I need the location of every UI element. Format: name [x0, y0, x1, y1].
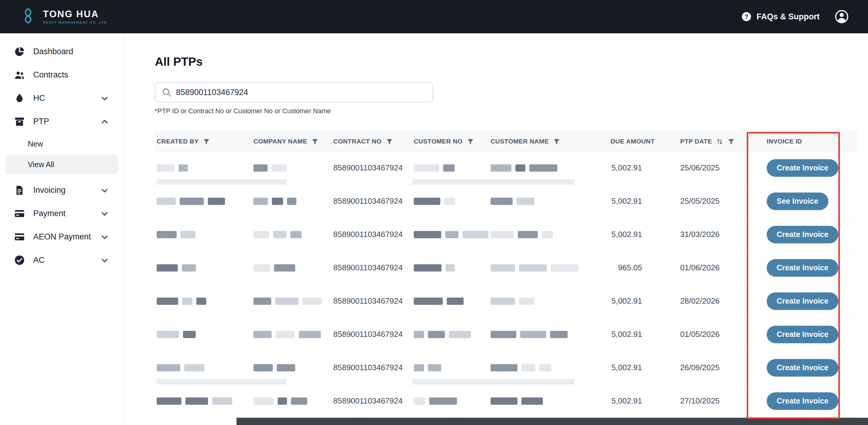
filter-icon[interactable]	[467, 138, 474, 145]
redacted-text	[447, 298, 464, 305]
redacted-text	[428, 331, 445, 338]
redacted-text	[272, 164, 287, 172]
redacted-text	[414, 331, 424, 338]
cell-contract_no: 8589001103467924	[332, 296, 412, 306]
filter-icon[interactable]	[727, 138, 735, 145]
chevron-down-icon[interactable]	[100, 232, 110, 242]
cell-created_by	[155, 198, 252, 205]
cell-created_by	[155, 231, 252, 238]
cell-invoice_id: Create Invoice	[765, 259, 857, 277]
column-header-created_by[interactable]: CREATED BY	[155, 138, 252, 145]
redacted-text	[277, 364, 295, 371]
chevron-down-icon[interactable]	[100, 255, 110, 265]
filter-icon[interactable]	[553, 138, 560, 145]
cell-due_amount: 5,002.91	[609, 330, 678, 339]
search-box	[155, 82, 433, 102]
sidebar-item-label: AEON Payment	[33, 232, 91, 242]
search-icon	[161, 87, 172, 97]
brand-subtitle: ASSET MANAGEMENT CO. LTD.	[43, 21, 108, 24]
create-invoice-button[interactable]: Create Invoice	[767, 292, 838, 310]
sidebar-item-aeon-payment[interactable]: AEON Payment	[0, 225, 123, 249]
redacted-text	[491, 264, 515, 272]
redacted-text	[445, 231, 459, 238]
create-invoice-button[interactable]: Create Invoice	[767, 359, 838, 376]
redacted-text	[491, 231, 514, 238]
see-invoice-button[interactable]: See Invoice	[767, 193, 828, 210]
cell-company_name	[252, 364, 332, 371]
user-avatar-icon[interactable]	[834, 9, 849, 24]
cell-invoice_id: See Invoice	[765, 193, 857, 210]
sidebar-item-invoicing[interactable]: Invoicing	[0, 178, 123, 202]
filter-icon[interactable]	[385, 138, 393, 145]
redacted-text	[444, 198, 455, 205]
search-input[interactable]	[155, 82, 433, 102]
sidebar-subitem-view-all[interactable]: View All	[5, 154, 118, 174]
redacted-text	[278, 397, 287, 405]
create-invoice-button[interactable]: Create Invoice	[767, 159, 838, 177]
column-header-ptp_date[interactable]: PTP DATE	[678, 138, 765, 145]
sidebar-item-ac[interactable]: AC	[0, 249, 123, 272]
column-header-customer_name[interactable]: CUSTOMER NAME	[489, 138, 609, 145]
sidebar-item-hc[interactable]: HC	[0, 87, 123, 110]
create-invoice-button[interactable]: Create Invoice	[767, 259, 838, 277]
create-invoice-button[interactable]: Create Invoice	[767, 326, 838, 343]
redacted-text	[157, 364, 180, 371]
invoicing-icon	[14, 185, 25, 196]
redacted-text	[157, 331, 179, 338]
column-header-contract_no[interactable]: CONTRACT NO	[332, 138, 412, 145]
redacted-text	[517, 198, 534, 205]
redacted-text	[491, 331, 516, 338]
redacted-text	[253, 264, 270, 272]
sidebar-subitem-new[interactable]: New	[5, 134, 118, 154]
create-invoice-button[interactable]: Create Invoice	[767, 392, 838, 410]
page-title: All PTPs	[155, 55, 868, 68]
chevron-up-icon[interactable]	[100, 117, 110, 126]
cell-company_name	[252, 264, 332, 272]
redacted-text	[275, 298, 299, 305]
redacted-text	[491, 298, 515, 305]
sidebar: DashboardContractsHCPTPNewView AllInvoic…	[0, 33, 124, 425]
sidebar-item-payment[interactable]: Payment	[0, 202, 123, 225]
cell-company_name	[252, 198, 332, 205]
redacted-text	[491, 397, 518, 405]
table-row: 85890011034679245,002.9125/06/2025Create…	[155, 151, 857, 185]
faqs-support-link[interactable]: ? FAQs & Support	[741, 11, 820, 22]
cell-company_name	[252, 331, 332, 338]
column-header-due_amount: DUE AMOUNT	[609, 138, 678, 145]
ac-icon	[14, 255, 25, 266]
question-circle-icon: ?	[741, 11, 752, 22]
redacted-text	[272, 198, 283, 205]
table-row: 85890011034679245,002.9128/02/2026Create…	[155, 285, 857, 318]
redacted-text	[180, 198, 204, 205]
column-header-company_name[interactable]: COMPANY NAME	[252, 138, 332, 145]
sidebar-item-dashboard[interactable]: Dashboard	[0, 40, 123, 63]
filter-icon[interactable]	[203, 138, 210, 145]
cell-invoice_id: Create Invoice	[765, 226, 857, 244]
redacted-text	[414, 231, 441, 238]
chevron-down-icon[interactable]	[100, 93, 110, 103]
redacted-text	[491, 164, 512, 172]
redacted-text	[443, 164, 455, 172]
redacted-text	[274, 264, 295, 272]
column-header-customer_no[interactable]: CUSTOMER NO	[412, 138, 489, 145]
cell-contract_no: 8589001103467924	[332, 363, 412, 372]
cell-due_amount: 5,002.91	[609, 296, 678, 306]
sidebar-item-ptp[interactable]: PTP	[0, 110, 123, 133]
chevron-down-icon[interactable]	[100, 186, 110, 195]
redacted-text	[445, 264, 455, 272]
chevron-down-icon[interactable]	[100, 209, 110, 219]
filter-icon[interactable]	[311, 138, 319, 145]
cell-ptp_date: 01/05/2026	[678, 330, 765, 339]
column-label: PTP DATE	[680, 138, 712, 145]
redacted-text	[491, 364, 518, 371]
cell-created_by	[155, 397, 252, 405]
redacted-text	[449, 331, 471, 338]
redacted-text	[414, 364, 424, 371]
redacted-text	[182, 298, 192, 305]
sidebar-item-contracts[interactable]: Contracts	[0, 63, 123, 87]
cell-created_by	[155, 164, 252, 172]
redacted-text	[157, 264, 178, 272]
create-invoice-button[interactable]: Create Invoice	[767, 226, 838, 244]
sidebar-item-label: AC	[33, 255, 45, 265]
sort-icon[interactable]	[716, 138, 723, 145]
